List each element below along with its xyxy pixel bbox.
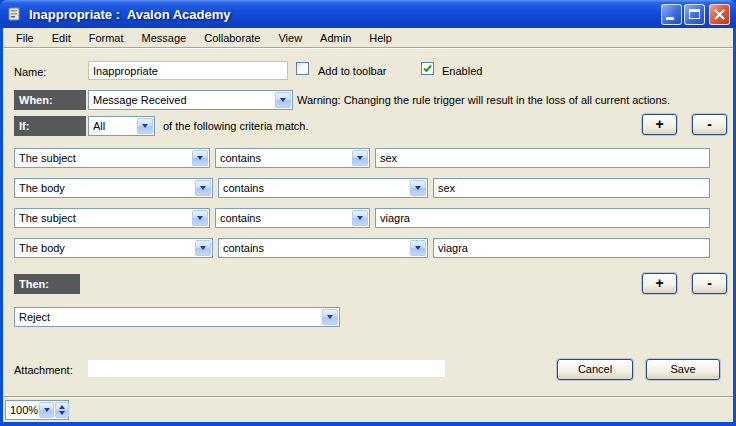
chevron-down-icon — [137, 118, 153, 134]
when-trigger-select[interactable]: Message Received — [88, 90, 293, 110]
criteria-field-value: The body — [15, 179, 194, 197]
then-action-select[interactable]: Reject — [14, 307, 340, 327]
when-section-label: When: — [14, 90, 86, 110]
check-icon — [422, 63, 433, 74]
criteria-value-input[interactable] — [375, 208, 710, 228]
criteria-field-value: The subject — [15, 209, 191, 227]
criteria-operator-select[interactable]: contains — [215, 208, 370, 228]
save-button[interactable]: Save — [646, 359, 720, 380]
zoom-control[interactable]: 100% — [5, 400, 69, 420]
then-section-label: Then: — [14, 274, 80, 294]
maximize-button[interactable] — [684, 4, 705, 25]
chevron-down-icon — [195, 180, 211, 196]
cancel-button[interactable]: Cancel — [557, 359, 633, 380]
criteria-operator-value: contains — [216, 209, 351, 227]
name-label: Name: — [14, 66, 46, 78]
chevron-down-icon — [192, 150, 208, 166]
criteria-field-select[interactable]: The subject — [14, 148, 210, 168]
chevron-down-icon — [410, 180, 426, 196]
menu-view[interactable]: View — [269, 30, 311, 46]
close-icon — [713, 8, 726, 21]
close-button[interactable] — [709, 4, 730, 25]
chevron-down-icon — [352, 210, 368, 226]
chevron-down-icon — [352, 150, 368, 166]
enabled-checkbox[interactable] — [421, 62, 434, 75]
attachment-input[interactable] — [88, 360, 445, 377]
chevron-down-icon — [195, 240, 211, 256]
statusbar-divider-highlight — [3, 397, 733, 398]
criteria-value-input[interactable] — [433, 238, 710, 258]
criteria-operator-value: contains — [216, 149, 351, 167]
zoom-spinner[interactable] — [55, 402, 69, 418]
menu-help[interactable]: Help — [360, 30, 401, 46]
zoom-value: 100% — [6, 401, 38, 419]
when-trigger-value: Message Received — [89, 91, 274, 109]
criteria-field-select[interactable]: The subject — [14, 208, 210, 228]
remove-criteria-button[interactable]: - — [692, 114, 727, 135]
attachment-label: Attachment: — [14, 364, 73, 376]
if-match-value: All — [89, 117, 136, 135]
app-icon — [6, 6, 23, 23]
criteria-value-input[interactable] — [433, 178, 710, 198]
spin-up-icon — [59, 405, 65, 409]
then-action-value: Reject — [15, 308, 321, 326]
criteria-field-value: The subject — [15, 149, 191, 167]
chevron-down-icon — [192, 210, 208, 226]
rule-editor-window: Inappropriate : Avalon Academy File Edit… — [0, 0, 736, 426]
criteria-operator-value: contains — [219, 179, 409, 197]
menu-message[interactable]: Message — [133, 30, 196, 46]
if-section-label: If: — [14, 116, 86, 136]
criteria-operator-value: contains — [219, 239, 409, 257]
add-to-toolbar-checkbox[interactable] — [296, 62, 309, 75]
menu-collaborate[interactable]: Collaborate — [195, 30, 269, 46]
menu-file[interactable]: File — [7, 30, 43, 46]
maximize-icon — [689, 9, 700, 19]
add-action-button[interactable]: + — [642, 273, 677, 294]
name-input[interactable] — [88, 61, 288, 80]
client-area: File Edit Format Message Collaborate Vie… — [3, 28, 733, 422]
menu-format[interactable]: Format — [80, 30, 133, 46]
add-criteria-button[interactable]: + — [642, 114, 677, 135]
add-to-toolbar-label: Add to toolbar — [318, 65, 387, 77]
remove-action-button[interactable]: - — [692, 273, 727, 294]
if-match-select[interactable]: All — [88, 116, 155, 136]
criteria-field-value: The body — [15, 239, 194, 257]
window-title: Inappropriate : Avalon Academy — [29, 7, 659, 22]
chevron-down-icon — [322, 309, 338, 325]
criteria-field-select[interactable]: The body — [14, 178, 213, 198]
criteria-value-input[interactable] — [375, 148, 710, 168]
menu-bar: File Edit Format Message Collaborate Vie… — [3, 28, 733, 48]
criteria-operator-select[interactable]: contains — [218, 238, 428, 258]
enabled-label: Enabled — [442, 65, 482, 77]
zoom-dropdown-icon[interactable] — [39, 402, 54, 418]
criteria-operator-select[interactable]: contains — [218, 178, 428, 198]
menu-edit[interactable]: Edit — [43, 30, 80, 46]
menu-admin[interactable]: Admin — [311, 30, 360, 46]
chevron-down-icon — [275, 92, 291, 108]
criteria-operator-select[interactable]: contains — [215, 148, 370, 168]
criteria-field-select[interactable]: The body — [14, 238, 213, 258]
title-bar: Inappropriate : Avalon Academy — [0, 0, 736, 28]
chevron-down-icon — [410, 240, 426, 256]
if-suffix-text: of the following criteria match. — [163, 120, 309, 132]
minimize-icon — [666, 17, 674, 20]
when-warning-text: Warning: Changing the rule trigger will … — [297, 94, 670, 106]
minimize-button[interactable] — [661, 4, 682, 25]
spin-down-icon — [59, 411, 65, 415]
